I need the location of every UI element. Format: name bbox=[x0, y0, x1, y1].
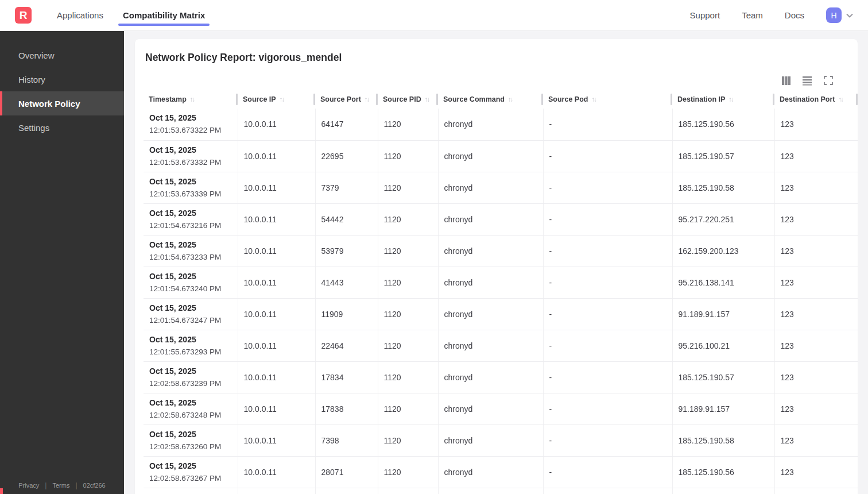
app-logo[interactable]: R bbox=[15, 7, 32, 24]
column-header-source-ip[interactable]: Source IP↑↓ bbox=[238, 92, 315, 109]
source-pod-cell: - bbox=[543, 267, 672, 298]
source-pid-cell: 1120 bbox=[378, 235, 438, 267]
table-row[interactable]: Oct 15, 202512:01:54.673247 PM10.0.0.111… bbox=[144, 298, 858, 330]
dest-port-cell: 123 bbox=[774, 456, 858, 488]
dest-port-cell: 123 bbox=[774, 267, 858, 298]
nav-tab-compatibility-matrix[interactable]: Compatibility Matrix bbox=[118, 0, 210, 31]
corner-accent bbox=[0, 488, 3, 494]
source-command-cell: chronyd bbox=[438, 172, 543, 203]
dest-ip-cell: 185.125.190.56 bbox=[672, 456, 774, 488]
table-row[interactable]: Oct 15, 202512:01:53.673332 PM10.0.0.112… bbox=[144, 140, 858, 172]
nav-link-team[interactable]: Team bbox=[742, 10, 763, 20]
sidebar-item-settings[interactable]: Settings bbox=[0, 115, 124, 140]
expand-icon[interactable] bbox=[823, 75, 834, 86]
footer-divider: | bbox=[45, 481, 46, 489]
table-row[interactable]: Oct 15, 202512:02:58.673267 PM10.0.0.112… bbox=[144, 456, 858, 488]
source-pid-cell: 1120 bbox=[378, 172, 438, 203]
nav-link-support[interactable]: Support bbox=[690, 10, 720, 20]
timestamp-time: 12:01:55.673293 PM bbox=[149, 346, 233, 358]
dest-ip-cell: 185.125.190.57 bbox=[672, 140, 774, 172]
source-pid-cell: 1120 bbox=[378, 330, 438, 361]
table-row[interactable]: Oct 15, 202512:01:53.673322 PM10.0.0.116… bbox=[144, 109, 858, 140]
table-row[interactable]: Oct 15, 202512:02:58.673248 PM10.0.0.111… bbox=[144, 393, 858, 424]
sort-icon[interactable]: ↑↓ bbox=[839, 96, 843, 103]
sort-icon[interactable]: ↑↓ bbox=[508, 96, 513, 103]
source-command-cell bbox=[438, 488, 543, 494]
source-pid-cell: 1120 bbox=[378, 203, 438, 235]
table-row[interactable]: Oct 15, 202512:01:54.673240 PM10.0.0.114… bbox=[144, 267, 858, 298]
chevron-down-icon[interactable] bbox=[845, 11, 854, 20]
dest-ip-cell: 95.216.100.21 bbox=[672, 330, 774, 361]
column-header-source-command[interactable]: Source Command↑↓ bbox=[438, 92, 543, 109]
table-header-row: Timestamp↑↓Source IP↑↓Source Port↑↓Sourc… bbox=[144, 92, 858, 109]
column-header-source-port[interactable]: Source Port↑↓ bbox=[315, 92, 378, 109]
timestamp-time: 12:02:58.673267 PM bbox=[149, 472, 233, 484]
timestamp-date: Oct 15, 2025 bbox=[149, 144, 233, 156]
timestamp-cell: Oct 15, 2025 bbox=[144, 488, 238, 494]
timestamp-cell: Oct 15, 202512:01:54.673247 PM bbox=[144, 298, 238, 330]
source-pod-cell: - bbox=[543, 140, 672, 172]
source-pid-cell: 1120 bbox=[378, 109, 438, 140]
sidebar-item-history[interactable]: History bbox=[0, 67, 124, 91]
source-pod-cell: - bbox=[543, 109, 672, 140]
dest-port-cell: 123 bbox=[774, 361, 858, 393]
source-port-cell: 17838 bbox=[315, 393, 378, 424]
timestamp-time: 12:01:54.673233 PM bbox=[149, 251, 233, 263]
column-label: Source Command bbox=[443, 95, 505, 103]
sort-icon[interactable]: ↑↓ bbox=[591, 96, 596, 103]
sidebar-item-overview[interactable]: Overview bbox=[0, 43, 124, 67]
table-row[interactable]: Oct 15, 202512:01:54.673216 PM10.0.0.115… bbox=[144, 203, 858, 235]
dest-port-cell: 123 bbox=[774, 235, 858, 267]
source-pod-cell: - bbox=[543, 330, 672, 361]
source-pid-cell: 1120 bbox=[378, 267, 438, 298]
source-command-cell: chronyd bbox=[438, 203, 543, 235]
sort-icon[interactable]: ↑↓ bbox=[425, 96, 429, 103]
table-row[interactable]: Oct 15, 202512:02:58.673260 PM10.0.0.117… bbox=[144, 424, 858, 456]
dest-ip-cell: 185.125.190.58 bbox=[672, 424, 774, 456]
source-port-cell: 7379 bbox=[315, 172, 378, 203]
source-command-cell: chronyd bbox=[438, 330, 543, 361]
dest-port-cell: 123 bbox=[774, 172, 858, 203]
table-row[interactable]: Oct 15, 202512:01:54.673233 PM10.0.0.115… bbox=[144, 235, 858, 267]
footer-divider: | bbox=[75, 481, 77, 489]
source-ip-cell: 10.0.0.11 bbox=[238, 393, 315, 424]
source-pod-cell: - bbox=[543, 235, 672, 267]
table-row[interactable]: Oct 15, 202512:01:53.673339 PM10.0.0.117… bbox=[144, 172, 858, 203]
user-menu[interactable]: H bbox=[826, 7, 854, 23]
table-row[interactable]: Oct 15, 202512:01:55.673293 PM10.0.0.112… bbox=[144, 330, 858, 361]
timestamp-time: 12:02:58.673248 PM bbox=[149, 409, 233, 421]
table-row[interactable]: Oct 15, 2025 bbox=[144, 488, 858, 494]
sort-icon[interactable]: ↑↓ bbox=[365, 96, 369, 103]
dest-port-cell bbox=[774, 488, 858, 494]
sort-icon[interactable]: ↑↓ bbox=[190, 96, 195, 103]
source-ip-cell: 10.0.0.11 bbox=[238, 424, 315, 456]
terms-link[interactable]: Terms bbox=[52, 482, 69, 489]
column-header-destination-ip[interactable]: Destination IP↑↓ bbox=[672, 92, 774, 109]
column-label: Timestamp bbox=[149, 95, 187, 103]
source-port-cell: 11909 bbox=[315, 298, 378, 330]
timestamp-time: 12:01:53.673332 PM bbox=[149, 156, 233, 168]
column-header-source-pid[interactable]: Source PID↑↓ bbox=[378, 92, 438, 109]
column-header-source-pod[interactable]: Source Pod↑↓ bbox=[543, 92, 672, 109]
timestamp-cell: Oct 15, 202512:01:53.673332 PM bbox=[144, 140, 238, 172]
dest-port-cell: 123 bbox=[774, 298, 858, 330]
sort-icon[interactable]: ↑↓ bbox=[280, 96, 284, 103]
source-pod-cell: - bbox=[543, 203, 672, 235]
timestamp-cell: Oct 15, 202512:01:54.673240 PM bbox=[144, 267, 238, 298]
source-ip-cell: 10.0.0.11 bbox=[238, 172, 315, 203]
timestamp-date: Oct 15, 2025 bbox=[149, 239, 233, 251]
avatar[interactable]: H bbox=[826, 7, 842, 23]
source-command-cell: chronyd bbox=[438, 235, 543, 267]
privacy-link[interactable]: Privacy bbox=[18, 482, 39, 489]
columns-icon[interactable] bbox=[781, 75, 791, 86]
sidebar-item-network-policy[interactable]: Network Policy bbox=[0, 91, 124, 115]
nav-link-docs[interactable]: Docs bbox=[785, 10, 804, 20]
sort-icon[interactable]: ↑↓ bbox=[728, 96, 733, 103]
column-header-destination-port[interactable]: Destination Port↑↓ bbox=[774, 92, 858, 109]
nav-tab-applications[interactable]: Applications bbox=[52, 0, 108, 31]
column-header-timestamp[interactable]: Timestamp↑↓ bbox=[144, 92, 238, 109]
table-row[interactable]: Oct 15, 202512:02:58.673239 PM10.0.0.111… bbox=[144, 361, 858, 393]
rows-icon[interactable] bbox=[802, 75, 812, 86]
source-pod-cell: - bbox=[543, 424, 672, 456]
sidebar-footer: Privacy | Terms | 02cf266 bbox=[0, 481, 124, 494]
